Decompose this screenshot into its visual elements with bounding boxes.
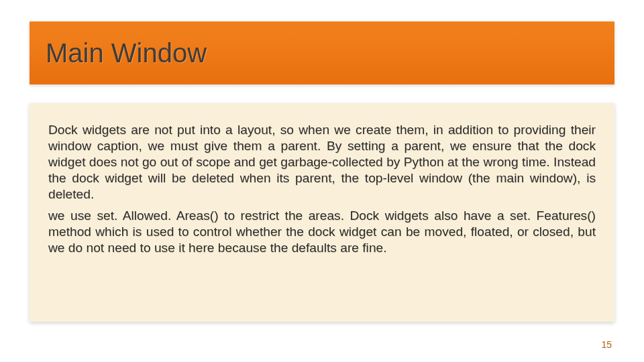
body-content: Dock widgets are not put into a layout, … — [30, 103, 614, 322]
slide: Main Window Dock widgets are not put int… — [0, 0, 644, 362]
title-bar: Main Window — [30, 21, 614, 84]
paragraph-2: we use set. Allowed. Areas() to restrict… — [48, 208, 596, 256]
page-number: 15 — [601, 339, 612, 350]
paragraph-1: Dock widgets are not put into a layout, … — [48, 122, 596, 202]
slide-title: Main Window — [46, 38, 207, 68]
